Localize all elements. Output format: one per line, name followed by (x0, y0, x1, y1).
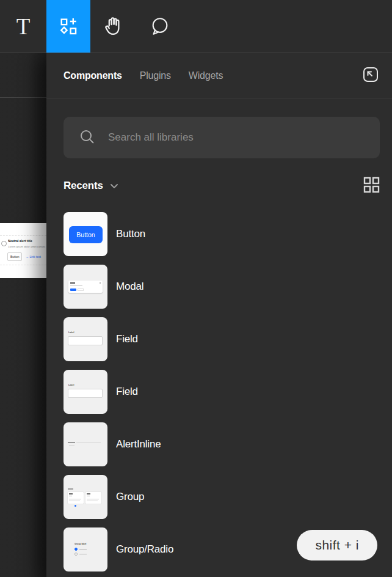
figma-app-window: T (0, 0, 392, 577)
mock-modal (68, 281, 103, 293)
canvas-frame-edge (0, 97, 46, 98)
hand-icon (103, 15, 125, 37)
shortcut-badge-text: shift + i (315, 538, 359, 553)
tab-plugins[interactable]: Plugins (140, 70, 171, 81)
alert-link: → Link text (26, 255, 41, 259)
shortcut-badge: shift + i (297, 530, 377, 560)
search-bar[interactable] (64, 117, 380, 158)
component-label: Group (116, 491, 144, 503)
components-tool-button[interactable] (46, 0, 90, 53)
grid-view-button[interactable] (363, 177, 380, 196)
panel-tabs-row: Components Plugins Widgets (46, 53, 392, 98)
search-input[interactable] (107, 131, 371, 144)
component-label: Field (116, 386, 138, 398)
mock-field-input (68, 389, 103, 398)
popout-icon (361, 65, 380, 86)
component-label: Group/Radio (116, 543, 173, 556)
text-tool-icon: T (16, 15, 31, 38)
component-label: Field (116, 333, 138, 345)
text-tool-button[interactable]: T (0, 0, 46, 53)
component-list-item[interactable]: Group (64, 475, 380, 519)
component-thumbnail-radio: Group label (64, 527, 107, 571)
component-thumbnail-button: Button (64, 212, 107, 256)
component-list-item[interactable]: Modal (64, 265, 380, 309)
search-icon (78, 128, 96, 148)
popout-button[interactable] (361, 65, 380, 86)
toolbar: T (0, 0, 392, 53)
component-list-item[interactable]: ButtonButton (64, 212, 380, 256)
component-list-item[interactable]: LabelField (64, 317, 380, 361)
alert-title: Neutral alert title (8, 240, 32, 243)
alert-button: Button (7, 252, 22, 261)
chevron-down-icon (110, 183, 118, 189)
tab-components[interactable]: Components (64, 70, 122, 81)
alert-info-icon (1, 241, 7, 246)
hand-tool-button[interactable] (90, 0, 137, 53)
tab-widgets[interactable]: Widgets (189, 70, 223, 81)
component-list-item[interactable]: LabelField (64, 370, 380, 414)
mock-field-input (68, 336, 103, 345)
component-thumbnail-field: Label (64, 370, 107, 414)
alert-body-text: Lorem ipsum dolor amet consec (8, 245, 45, 248)
component-thumbnail-group (64, 475, 107, 519)
comment-icon (150, 16, 170, 37)
components-list: ButtonButtonModalLabelFieldLabelFieldAle… (64, 212, 380, 571)
components-icon (58, 16, 79, 37)
grid-view-icon (363, 177, 380, 196)
recents-dropdown[interactable]: Recents (64, 180, 118, 192)
alert-inline-section: Neutral alert title Lorem ipsum dolor am… (0, 235, 46, 265)
component-list-item[interactable]: AlertInline (64, 422, 380, 466)
recents-label: Recents (64, 180, 103, 192)
component-label: Modal (116, 281, 143, 293)
canvas-alert-component[interactable]: Neutral alert title Lorem ipsum dolor am… (0, 223, 46, 278)
canvas-area[interactable]: Neutral alert title Lorem ipsum dolor am… (0, 53, 46, 577)
resources-panel: Components Plugins Widgets (46, 53, 392, 577)
mock-field-label: Label (68, 331, 74, 334)
mock-field-label: Label (68, 384, 74, 386)
component-label: AlertInline (116, 438, 161, 450)
recents-row: Recents (64, 177, 380, 194)
component-label: Button (116, 228, 145, 240)
component-thumbnail-modal (64, 265, 107, 309)
mock-button: Button (69, 226, 103, 243)
comment-tool-button[interactable] (137, 0, 183, 53)
component-thumbnail-alert (64, 422, 107, 466)
component-thumbnail-field: Label (64, 317, 107, 361)
mock-radio-group-label: Group label (74, 543, 86, 545)
